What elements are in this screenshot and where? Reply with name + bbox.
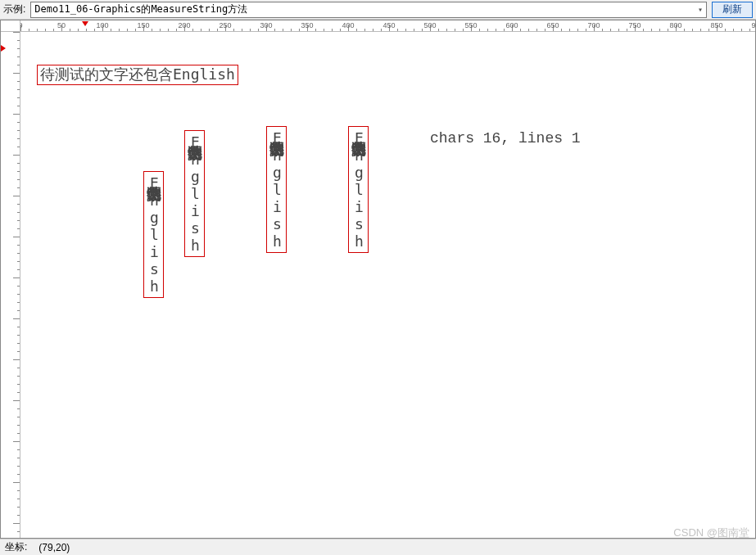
ruler-h-tick: 0 — [20, 21, 23, 29]
ruler-h-tick: 350 — [301, 21, 313, 29]
ruler-h-tick: 800 — [669, 21, 681, 29]
ruler-h-tick: 500 — [423, 21, 436, 29]
ruler-h-tick: 600 — [505, 21, 518, 29]
measure-box-vertical: 待测试的文字还包含English — [143, 171, 164, 298]
ruler-h-tick: 850 — [710, 21, 722, 29]
ruler-h-tick: 150 — [137, 21, 149, 29]
ruler-h-tick: 750 — [628, 21, 641, 29]
ruler-h-tick: 450 — [383, 21, 395, 29]
coord-label: 坐标: — [5, 540, 27, 554]
ruler-h-tick: 700 — [587, 21, 600, 29]
ruler-h-tick: 550 — [464, 21, 477, 29]
ruler-vertical: 050100150200250300350400450500550600 — [1, 32, 20, 538]
example-label: 示例: — [3, 2, 25, 16]
example-select-value: Demo11_06-Graphics的MeasureString方法 — [34, 2, 247, 16]
ruler-h-marker — [82, 21, 88, 26]
ruler-h-tick: 200 — [178, 21, 190, 29]
ruler-h-tick: 100 — [96, 21, 108, 29]
statusbar: 坐标: (79,20) — [0, 539, 756, 555]
ruler-h-tick: 250 — [219, 21, 231, 29]
ruler-h-tick: 300 — [260, 21, 272, 29]
ruler-horizontal: 0501001502002503003504004505005506006507… — [20, 20, 755, 32]
ruler-v-marker — [1, 45, 6, 52]
coord-value: (79,20) — [38, 542, 70, 553]
canvas-area[interactable]: 待测试的文字还包含English待测试的文字还包含English待测试的文字还包… — [20, 32, 755, 538]
toolbar: 示例: Demo11_06-Graphics的MeasureString方法 ▾… — [0, 0, 756, 20]
ruler-corner — [1, 20, 20, 32]
example-select[interactable]: Demo11_06-Graphics的MeasureString方法 ▾ — [30, 2, 707, 18]
refresh-button[interactable]: 刷新 — [712, 2, 753, 18]
measure-box-vertical: 待测试的文字还包含English — [266, 126, 287, 253]
ruler-h-tick: 400 — [342, 21, 354, 29]
measure-info: chars 16, lines 1 — [430, 130, 581, 147]
ruler-h-tick: 900 — [751, 21, 755, 29]
measure-box-horizontal: 待测试的文字还包含English — [37, 65, 238, 85]
measure-box-vertical: 待测试的文字还包含English — [348, 126, 369, 253]
measure-box-vertical: 待测试的文字还包含English — [184, 130, 205, 257]
workspace: 0501001502002503003504004505005506006507… — [0, 20, 756, 539]
chevron-down-icon: ▾ — [698, 5, 703, 14]
ruler-h-tick: 650 — [546, 21, 559, 29]
ruler-h-tick: 50 — [57, 21, 66, 29]
